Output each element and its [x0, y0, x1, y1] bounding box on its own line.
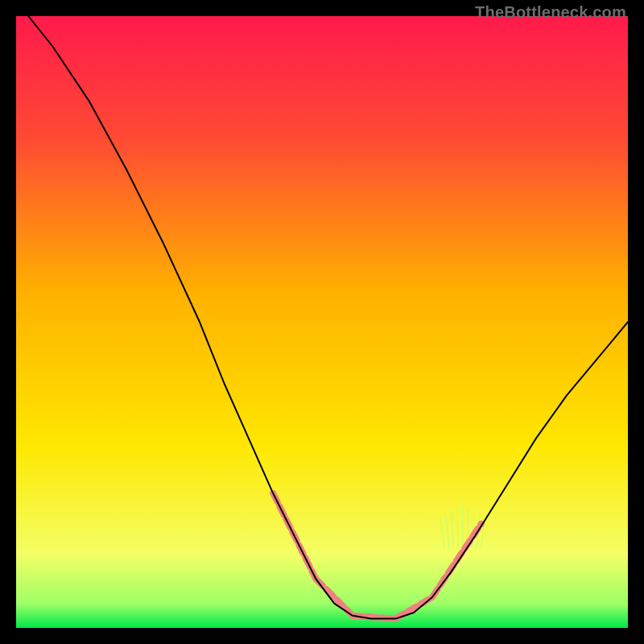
gradient-background	[16, 16, 628, 628]
watermark-text: TheBottleneck.com	[475, 3, 626, 22]
chart-frame	[16, 16, 628, 628]
bottleneck-chart	[16, 16, 628, 628]
